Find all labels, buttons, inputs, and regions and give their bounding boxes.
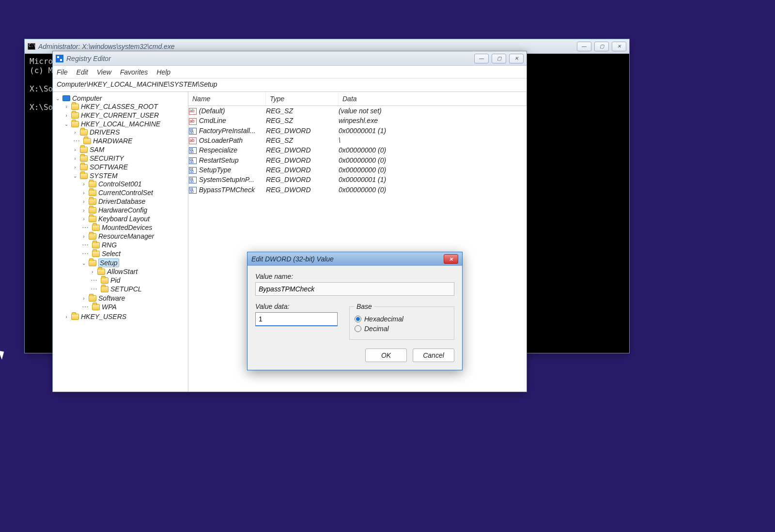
tree-node-resourcemanager[interactable]: ›ResourceManager (81, 232, 188, 240)
tree-node-driverdatabase[interactable]: ›DriverDatabase (81, 198, 188, 205)
tree-node-wpa[interactable]: ⋯WPA (81, 303, 188, 311)
tree-node-pid[interactable]: ⋯Pid (90, 276, 188, 284)
radio-hex-indicator (355, 316, 361, 322)
reg-dword-icon (189, 147, 197, 154)
reg-dword-icon (189, 187, 197, 194)
ok-button[interactable]: OK (365, 349, 407, 362)
folder-icon (89, 181, 96, 187)
folder-icon (89, 233, 96, 240)
folder-icon (80, 155, 88, 162)
radio-dec-label: Decimal (364, 325, 389, 333)
tree-node-allowstart[interactable]: ›AllowStart (90, 268, 188, 275)
tree-node-mounteddevices[interactable]: ⋯MountedDevices (81, 224, 188, 231)
tree-node-controlset001[interactable]: ›ControlSet001 (81, 180, 188, 188)
cmd-icon (28, 43, 35, 50)
regedit-minimize-button[interactable]: — (474, 54, 489, 63)
reg-dword-icon (189, 157, 197, 164)
regedit-icon (56, 55, 63, 62)
menu-help[interactable]: Help (156, 68, 170, 76)
folder-icon (89, 207, 96, 213)
tree-node-hardware[interactable]: ⋯HARDWARE (72, 137, 188, 145)
menu-view[interactable]: View (97, 68, 111, 76)
dialog-close-button[interactable]: ✕ (444, 254, 458, 264)
col-data[interactable]: Data (339, 92, 527, 106)
radio-decimal[interactable]: Decimal (355, 325, 449, 333)
folder-icon (89, 260, 96, 266)
tree-node-hkey-current-user[interactable]: ›HKEY_CURRENT_USER (63, 111, 188, 119)
tree-node-keyboard-layout[interactable]: ›Keyboard Layout (81, 215, 188, 223)
folder-icon (80, 129, 88, 136)
folder-icon (89, 216, 96, 222)
tree-node-hkey-local-machine[interactable]: ⌄HKEY_LOCAL_MACHINE (63, 120, 188, 128)
cmd-maximize-button[interactable]: ▢ (594, 42, 609, 51)
tree-node-security[interactable]: ›SECURITY (72, 154, 188, 162)
value-row[interactable]: CmdLineREG_SZwinpeshl.exe (188, 116, 527, 125)
folder-icon (101, 277, 108, 284)
folder-icon (71, 112, 79, 119)
tree-node-hkey-users[interactable]: ›HKEY_USERS (63, 313, 188, 320)
radio-hexadecimal[interactable]: Hexadecimal (355, 315, 449, 323)
col-name[interactable]: Name (188, 92, 266, 106)
reg-dword-icon (189, 177, 197, 183)
menu-favorites[interactable]: Favorites (120, 68, 148, 76)
cmd-minimize-button[interactable]: — (577, 42, 591, 51)
value-row[interactable]: FactoryPreInstall...REG_DWORD0x00000001 … (188, 126, 527, 136)
dialog-title: Edit DWORD (32-bit) Value (251, 255, 444, 263)
folder-icon (89, 190, 96, 196)
value-row[interactable]: OsLoaderPathREG_SZ\ (188, 136, 527, 145)
tree-node-software[interactable]: ›SOFTWARE (72, 163, 188, 171)
cancel-button[interactable]: Cancel (413, 349, 454, 362)
radio-hex-label: Hexadecimal (364, 315, 403, 323)
value-row[interactable]: SystemSetupInP...REG_DWORD0x00000001 (1) (188, 175, 527, 184)
cmd-close-button[interactable]: ✕ (612, 42, 626, 51)
reg-sz-icon (189, 108, 197, 115)
tree-node-system[interactable]: ⌄SYSTEM (72, 172, 188, 180)
tree-node-setup[interactable]: ⌄Setup (81, 258, 188, 267)
base-group: Base Hexadecimal Decimal (349, 303, 454, 340)
radio-dec-indicator (355, 325, 361, 332)
col-type[interactable]: Type (266, 92, 339, 106)
tree-node-rng[interactable]: ⋯RNG (81, 241, 188, 249)
values-header[interactable]: Name Type Data (188, 92, 527, 106)
folder-icon (92, 225, 100, 231)
menu-edit[interactable]: Edit (77, 68, 88, 76)
tree-node-hardwareconfig[interactable]: ›HardwareConfig (81, 206, 188, 214)
folder-icon (71, 314, 79, 320)
regedit-title: Registry Editor (66, 55, 474, 62)
folder-icon (80, 164, 88, 170)
registry-tree[interactable]: ⌄Computer›HKEY_CLASSES_ROOT›HKEY_CURRENT… (53, 92, 188, 392)
folder-icon (92, 304, 100, 310)
folder-icon (80, 147, 88, 153)
base-legend: Base (355, 303, 374, 310)
folder-icon (83, 138, 91, 144)
tree-node-software[interactable]: ›Software (81, 294, 188, 302)
tree-node-currentcontrolset[interactable]: ›CurrentControlSet (81, 189, 188, 197)
regedit-close-button[interactable]: ✕ (509, 54, 524, 63)
folder-icon (89, 198, 96, 205)
value-row[interactable]: RespecializeREG_DWORD0x00000000 (0) (188, 145, 527, 155)
tree-node-setupcl[interactable]: ⋯SETUPCL (90, 285, 188, 293)
tree-node-sam[interactable]: ›SAM (72, 146, 188, 153)
dialog-titlebar[interactable]: Edit DWORD (32-bit) Value ✕ (248, 252, 462, 266)
value-data-field[interactable] (255, 312, 338, 326)
tree-root[interactable]: ⌄Computer (55, 94, 188, 102)
value-row[interactable]: RestartSetupREG_DWORD0x00000000 (0) (188, 155, 527, 165)
folder-icon (97, 269, 105, 275)
reg-dword-icon (189, 128, 197, 135)
menubar: FileEditViewFavoritesHelp (53, 66, 527, 78)
menu-file[interactable]: File (57, 68, 68, 76)
computer-icon (62, 95, 70, 101)
tree-node-hkey-classes-root[interactable]: ›HKEY_CLASSES_ROOT (63, 103, 188, 110)
value-row[interactable]: SetupTypeREG_DWORD0x00000000 (0) (188, 165, 527, 175)
value-row[interactable]: BypassTPMCheckREG_DWORD0x00000000 (0) (188, 184, 527, 194)
folder-icon (71, 104, 79, 110)
regedit-titlebar[interactable]: Registry Editor — ▢ ✕ (53, 51, 527, 66)
address-bar[interactable]: Computer\HKEY_LOCAL_MACHINE\SYSTEM\Setup (53, 78, 527, 92)
tree-node-select[interactable]: ⋯Select (81, 250, 188, 258)
value-name-field[interactable] (255, 282, 454, 296)
regedit-maximize-button[interactable]: ▢ (492, 54, 506, 63)
cmd-title: Administrator: X:\windows\system32\cmd.e… (38, 43, 577, 50)
tree-node-drivers[interactable]: ›DRIVERS (72, 128, 188, 136)
value-row[interactable]: (Default)REG_SZ(value not set) (188, 106, 527, 116)
edit-dword-dialog: Edit DWORD (32-bit) Value ✕ Value name: … (247, 252, 463, 370)
